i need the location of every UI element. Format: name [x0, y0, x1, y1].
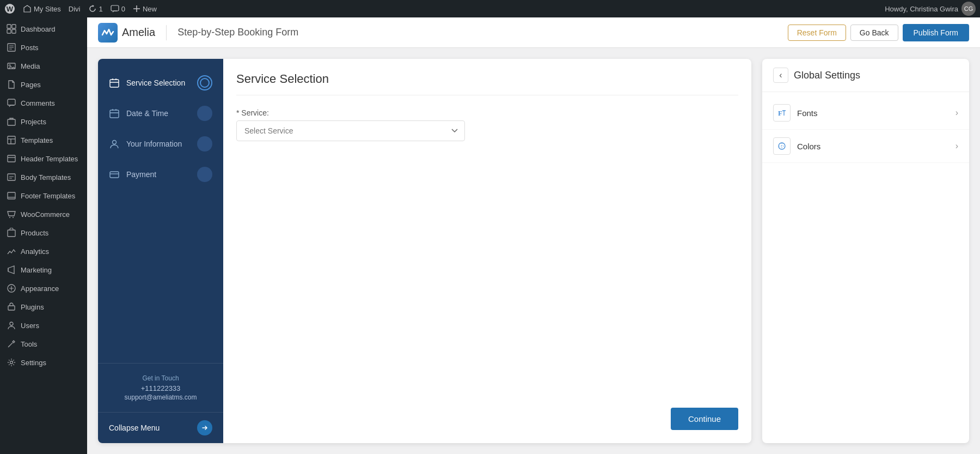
step-info-label: Your Information — [126, 140, 182, 148]
step-indicator-datetime — [197, 106, 212, 121]
continue-button[interactable]: Continue — [671, 408, 738, 430]
person-icon — [109, 138, 120, 149]
service-label-text: * Service: — [236, 108, 269, 117]
sidebar-item-projects[interactable]: Projects — [0, 112, 87, 131]
updates-count: 1 — [99, 5, 103, 13]
arrow-right-icon — [201, 424, 209, 432]
sidebar-item-pages[interactable]: Pages — [0, 75, 87, 94]
svg-point-22 — [10, 361, 13, 364]
comments-icon — [7, 98, 16, 108]
updates-item[interactable]: 1 — [88, 4, 103, 13]
sidebar-label-templates: Templates — [21, 136, 53, 144]
sidebar-label-marketing: Marketing — [21, 266, 52, 274]
step-content-title: Service Selection — [236, 72, 738, 95]
fonts-label: Fonts — [797, 108, 949, 118]
booking-form-wrapper: Service Selection Date & Time — [98, 59, 751, 443]
update-icon — [88, 4, 97, 13]
comments-item[interactable]: 0 — [111, 4, 125, 13]
svg-point-9 — [9, 65, 11, 66]
contact-section: Get in Touch +111222333 support@ameliatm… — [98, 363, 223, 412]
go-back-button[interactable]: Go Back — [850, 25, 898, 41]
svg-rect-18 — [8, 230, 15, 237]
panel-back-arrow: ‹ — [779, 70, 782, 80]
step-sidebar: Service Selection Date & Time — [98, 59, 223, 443]
step-date-time[interactable]: Date & Time — [98, 98, 223, 129]
sidebar-label-body-templates: Body Templates — [21, 173, 71, 181]
main-layout: Dashboard Posts Media Pages Comments Pro… — [0, 17, 980, 454]
footer-templates-icon — [7, 191, 16, 201]
right-panel-header: ‹ Global Settings — [762, 59, 969, 92]
service-form-group: * Service: Select Service — [236, 108, 738, 141]
settings-icon — [7, 358, 16, 367]
svg-rect-27 — [110, 172, 119, 178]
plugin-title: Step-by-Step Booking Form — [177, 27, 779, 38]
svg-point-21 — [10, 322, 13, 325]
collapse-menu-button[interactable]: Collapse Menu — [98, 412, 223, 443]
marketing-icon — [7, 265, 16, 275]
templates-icon — [7, 135, 16, 145]
home-icon — [23, 4, 32, 13]
fonts-arrow-icon: › — [955, 108, 958, 118]
publish-form-button[interactable]: Publish Form — [903, 24, 969, 41]
my-sites-item[interactable]: My Sites — [23, 4, 61, 13]
panel-back-button[interactable]: ‹ — [773, 68, 788, 83]
sidebar-item-users[interactable]: Users — [0, 316, 87, 335]
svg-rect-20 — [8, 306, 15, 310]
contact-heading: Get in Touch — [109, 374, 212, 382]
sidebar-item-products[interactable]: Products — [0, 223, 87, 242]
svg-rect-3 — [7, 25, 11, 28]
admin-bar-left: W My Sites Divi 1 0 New — [4, 3, 876, 14]
svg-point-16 — [9, 217, 10, 218]
sidebar-item-templates[interactable]: Templates — [0, 131, 87, 149]
products-icon — [7, 228, 16, 238]
step-service-selection[interactable]: Service Selection — [98, 68, 223, 98]
settings-item-fonts[interactable]: F Fonts › — [762, 96, 969, 130]
sidebar-item-posts[interactable]: Posts — [0, 38, 87, 57]
step-payment[interactable]: Payment — [98, 159, 223, 190]
amelia-logo-icon — [98, 23, 118, 43]
new-item[interactable]: New — [133, 5, 157, 13]
divi-label: Divi — [69, 5, 81, 13]
divi-item[interactable]: Divi — [69, 5, 81, 13]
new-label: New — [143, 5, 157, 13]
sidebar-item-body-templates[interactable]: Body Templates — [0, 168, 87, 186]
sidebar-item-plugins[interactable]: Plugins — [0, 298, 87, 316]
comment-icon — [111, 4, 119, 13]
sidebar-item-media[interactable]: Media — [0, 57, 87, 75]
sidebar-label-settings: Settings — [21, 359, 46, 367]
card-icon — [109, 169, 120, 180]
appearance-icon — [7, 283, 16, 293]
plugin-body: Service Selection Date & Time — [87, 48, 980, 454]
continue-bar: Continue — [236, 399, 738, 430]
sidebar: Dashboard Posts Media Pages Comments Pro… — [0, 17, 87, 454]
sidebar-item-tools[interactable]: Tools — [0, 335, 87, 353]
sidebar-label-projects: Projects — [21, 118, 46, 126]
sidebar-item-appearance[interactable]: Appearance — [0, 279, 87, 298]
sidebar-item-marketing[interactable]: Marketing — [0, 261, 87, 279]
service-select[interactable]: Select Service — [236, 120, 465, 141]
svg-text:W: W — [7, 5, 14, 13]
step-your-information[interactable]: Your Information — [98, 129, 223, 159]
step-datetime-label: Date & Time — [126, 109, 168, 118]
step-indicator-payment — [197, 167, 212, 182]
svg-rect-25 — [110, 110, 119, 118]
wordpress-icon: W — [4, 3, 15, 14]
colors-arrow-icon: › — [955, 141, 958, 151]
settings-item-colors[interactable]: Colors › — [762, 130, 969, 163]
sidebar-item-settings[interactable]: Settings — [0, 353, 87, 372]
analytics-icon — [7, 246, 16, 256]
sidebar-item-comments[interactable]: Comments — [0, 94, 87, 112]
sidebar-item-analytics[interactable]: Analytics — [0, 242, 87, 261]
comments-count: 0 — [121, 5, 125, 13]
avatar: CG — [961, 2, 976, 16]
sidebar-item-dashboard[interactable]: Dashboard — [0, 20, 87, 38]
reset-form-button[interactable]: Reset Form — [788, 25, 846, 41]
sidebar-item-woocommerce[interactable]: WooCommerce — [0, 205, 87, 223]
media-icon — [7, 61, 16, 71]
svg-rect-6 — [12, 29, 16, 33]
body-templates-icon — [7, 172, 16, 182]
sidebar-item-footer-templates[interactable]: Footer Templates — [0, 186, 87, 205]
wp-logo[interactable]: W — [4, 3, 15, 14]
sidebar-item-header-templates[interactable]: Header Templates — [0, 149, 87, 168]
sidebar-label-dashboard: Dashboard — [21, 25, 56, 33]
